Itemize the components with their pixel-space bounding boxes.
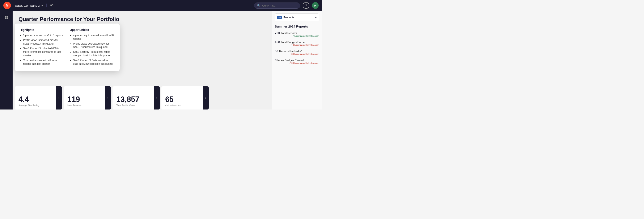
report-number: 760 xyxy=(275,31,280,35)
main-content: Quarter Performance for Your Portfolio S… xyxy=(12,11,272,110)
help-button[interactable]: ? xyxy=(303,2,310,9)
stat-card-references: 65 # of references › xyxy=(162,86,209,110)
page-title: Quarter Performance for Your Portfolio xyxy=(18,16,266,23)
list-item: 4 products got bumped from #1 in 32 repo… xyxy=(73,34,114,41)
list-item: SaaS Product X collected 600% more refer… xyxy=(23,47,65,57)
summer-reports-title: Summer 2024 Reports xyxy=(275,25,319,28)
stat-card-new-reviews: 119 New Reviews › xyxy=(64,86,111,110)
report-label: Total Badges Earned xyxy=(281,41,319,44)
stat-label: Average Star Rating xyxy=(18,104,58,107)
products-count-badge: 15 xyxy=(277,16,282,19)
list-item: SaaS Security Product star rating droppe… xyxy=(73,50,114,57)
stats-row: 4.4 Average Star Rating › 119 New Review… xyxy=(15,86,209,110)
products-dropdown[interactable]: 15 Products ▾ xyxy=(275,14,319,21)
stat-card-star-rating: 4.4 Average Star Rating › xyxy=(15,86,62,110)
company-selector[interactable]: SaaS Company X ▾ xyxy=(15,4,46,7)
search-input[interactable] xyxy=(262,4,297,7)
list-item: 3 products moved to #1 in 8 reports xyxy=(23,34,65,37)
main-layout: Quarter Performance for Your Portfolio S… xyxy=(0,11,322,110)
report-label: Index Badges Earned xyxy=(277,59,319,62)
list-item: Profile views decreased 82% for SaaS Pro… xyxy=(73,42,114,49)
report-change: -13% compared to last season xyxy=(275,44,319,46)
quick-nav-search[interactable]: 🔍 xyxy=(254,3,300,9)
report-change: -100% compared to last season xyxy=(275,62,319,64)
report-label: Reports Ranked #1 xyxy=(279,50,319,53)
report-row-total-reports: 760 Total Reports +7% compared to last s… xyxy=(275,31,319,37)
svg-rect-0 xyxy=(4,16,6,17)
search-icon: 🔍 xyxy=(257,4,260,7)
top-navigation: G SaaS Company X ▾ 👁 🔍 ? R xyxy=(0,0,322,11)
company-dropdown-icon[interactable]: ▾ xyxy=(41,4,43,7)
list-item: Profile views increased 74% for SaaS Pro… xyxy=(23,39,65,46)
svg-rect-2 xyxy=(4,18,6,19)
stat-value: 13,857 xyxy=(116,96,156,103)
chevron-down-icon: ▾ xyxy=(315,15,317,19)
report-number: 50 xyxy=(275,49,278,53)
report-row-index-badges: 0 Index Badges Earned -100% compared to … xyxy=(275,58,319,64)
right-panel: 15 Products ▾ Summer 2024 Reports 760 To… xyxy=(272,11,322,110)
modal-columns: Highlights 3 products moved to #1 in 8 r… xyxy=(20,28,114,67)
report-change: +7% compared to last season xyxy=(275,35,319,37)
svg-rect-1 xyxy=(6,16,8,17)
company-name: SaaS Company X xyxy=(15,4,40,7)
list-item: Your products were in 48 more reports th… xyxy=(23,59,65,66)
stat-card-profile-views: 13,857 Total Profile Views › xyxy=(112,86,160,110)
highlights-title: Highlights xyxy=(20,28,65,32)
g2-logo: G xyxy=(3,2,11,9)
report-number: 158 xyxy=(275,40,280,44)
svg-rect-3 xyxy=(6,18,8,19)
user-avatar[interactable]: R xyxy=(312,2,319,9)
list-item: SaaS Product X Suite was down 85% in rev… xyxy=(73,59,114,66)
stat-value: 65 xyxy=(165,96,205,103)
stat-value: 4.4 xyxy=(18,96,58,103)
help-label: ? xyxy=(305,4,307,7)
stat-arrow-button[interactable]: › xyxy=(105,86,111,110)
opportunities-title: Opportunities xyxy=(70,28,114,32)
opportunities-column: Opportunities 4 products got bumped from… xyxy=(70,28,114,67)
opportunities-list: 4 products got bumped from #1 in 32 repo… xyxy=(70,34,114,66)
report-change: -30% compared to last season xyxy=(275,53,319,55)
report-label: Total Reports xyxy=(281,32,319,35)
highlights-column: Highlights 3 products moved to #1 in 8 r… xyxy=(20,28,65,67)
report-row-ranked-1: 50 Reports Ranked #1 -30% compared to la… xyxy=(275,49,319,55)
stat-label: # of references xyxy=(165,104,205,107)
report-number: 0 xyxy=(275,58,276,62)
report-row-badges-earned: 158 Total Badges Earned -13% compared to… xyxy=(275,40,319,46)
stat-arrow-button[interactable]: › xyxy=(154,86,160,110)
stat-value: 119 xyxy=(68,96,108,103)
sidebar-icon-dashboard[interactable] xyxy=(2,14,10,22)
sidebar xyxy=(0,11,12,110)
avatar-initials: R xyxy=(314,4,316,7)
highlights-modal: Highlights 3 products moved to #1 in 8 r… xyxy=(15,24,120,71)
stat-arrow-button[interactable]: › xyxy=(56,86,62,110)
stat-label: Total Profile Views xyxy=(116,104,156,107)
stat-label: New Reviews xyxy=(68,104,108,107)
highlights-list: 3 products moved to #1 in 8 reports Prof… xyxy=(20,34,65,66)
products-label: Products xyxy=(284,16,314,19)
watch-icon[interactable]: 👁 xyxy=(50,3,54,8)
stat-arrow-button[interactable]: › xyxy=(203,86,209,110)
